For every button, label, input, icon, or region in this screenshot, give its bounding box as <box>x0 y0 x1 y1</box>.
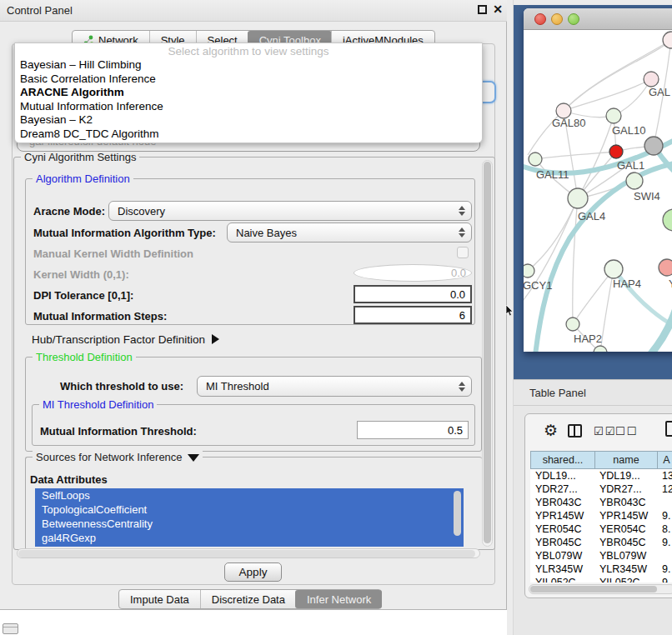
hub-definition-expander[interactable]: Hub/Transcription Factor Definition <box>32 333 219 346</box>
node-label-swi4: SWI4 <box>634 190 660 202</box>
cell: 12 <box>657 482 672 496</box>
tab-discretize-data[interactable]: Discretize Data <box>200 590 296 608</box>
kernel-width-field[interactable]: 0.0 <box>354 264 472 282</box>
attribute-item-selected[interactable]: gal4RGexp <box>35 531 464 545</box>
node-circle-salmon[interactable] <box>659 259 672 276</box>
network-canvas[interactable]: GAL80 GAL10 GAL1 GAL11 SWI4 GAL4 GCY1 HA… <box>524 30 672 352</box>
checked-checkboxes-icon[interactable]: ☑☑ <box>594 425 616 438</box>
table-horizontal-scrollbar[interactable] <box>529 584 672 594</box>
node-label-hap2: HAP2 <box>574 332 602 345</box>
new-table-icon[interactable] <box>665 421 672 437</box>
dpi-tolerance-value: 0.0 <box>450 288 465 301</box>
column-header-shared-name[interactable]: shared... <box>530 451 594 469</box>
node-label-gal80: GAL80 <box>552 117 585 129</box>
minimized-window-icon[interactable] <box>3 623 18 634</box>
node-circle-gal11[interactable] <box>529 152 542 166</box>
close-icon[interactable]: ✕ <box>493 2 503 16</box>
algorithm-popup-placeholder: Select algorithm to view settings <box>15 43 482 58</box>
cell: 9. <box>657 509 672 522</box>
dpi-tolerance-label: DPI Tolerance [0,1]: <box>33 289 133 302</box>
apply-button[interactable]: Apply <box>224 562 282 582</box>
column-header-partial[interactable]: A <box>657 451 672 469</box>
zoom-traffic-light-icon[interactable] <box>568 13 579 25</box>
node-circle-gal10[interactable] <box>606 108 621 123</box>
which-threshold-value: MI Threshold <box>206 380 269 392</box>
node-circle-hap4[interactable] <box>604 260 623 278</box>
cell: YLR345W <box>594 562 657 576</box>
attribute-item-selected[interactable]: BetweennessCentrality <box>35 517 464 531</box>
node-circle-green[interactable] <box>663 209 672 231</box>
network-window-titlebar[interactable] <box>524 8 672 30</box>
cell: YDR27... <box>594 482 657 496</box>
mouse-cursor <box>505 305 515 322</box>
node-circle-hap2[interactable] <box>566 318 579 331</box>
cell: 9. <box>657 536 672 549</box>
algorithm-item[interactable]: Dream8 DC_TDC Algorithm <box>15 128 482 142</box>
tab-impute-data[interactable]: Impute Data <box>119 590 200 608</box>
mi-threshold-field[interactable]: 0.5 <box>357 421 469 439</box>
node-label-gal: GAL <box>649 86 670 98</box>
attributes-list-scrollbar[interactable] <box>454 491 461 536</box>
settings-vertical-scrollbar[interactable] <box>482 160 493 547</box>
table-panel-inner: ⚙ ☑☑ ☐☐ shared... name A YDL19...YDL19..… <box>524 413 672 598</box>
cell: YBR043C <box>530 496 594 509</box>
table-row[interactable]: YBR045CYBR045C9. <box>530 536 672 549</box>
node-circle-gal4[interactable] <box>568 188 588 208</box>
algorithm-definition-legend: Algorithm Definition <box>33 172 133 185</box>
algorithm-item[interactable]: Bayesian – K2 <box>15 113 482 128</box>
node-table[interactable]: shared... name A YDL19...YDL19...13 YDR2… <box>530 451 672 582</box>
mi-steps-field[interactable]: 6 <box>354 306 472 324</box>
which-threshold-combo[interactable]: MI Threshold <box>197 376 472 397</box>
node-circle-gal[interactable] <box>644 72 659 87</box>
table-row[interactable]: YDR27...YDR27...12 <box>530 482 672 496</box>
columns-icon[interactable] <box>568 424 582 438</box>
network-view-window[interactable]: GAL80 GAL10 GAL1 GAL11 SWI4 GAL4 GCY1 HA… <box>524 8 672 352</box>
data-attributes-label: Data Attributes <box>30 473 108 486</box>
aracne-mode-combo[interactable]: Discovery <box>108 201 472 221</box>
algorithm-item[interactable]: Bayesian – Hill Climbing <box>15 58 482 72</box>
table-row[interactable]: YIL052CYIL052C9 <box>530 576 672 582</box>
unchecked-checkboxes-icon[interactable]: ☐☐ <box>615 425 638 438</box>
table-panel-title: Table Panel <box>529 387 586 399</box>
float-window-icon[interactable] <box>478 5 487 14</box>
minimize-traffic-light-icon[interactable] <box>551 13 563 25</box>
focused-combo-fragment <box>481 81 496 103</box>
data-attributes-list[interactable]: SelfLoops TopologicalCoefficient Between… <box>35 488 464 547</box>
node-circle-gal1-selected[interactable] <box>609 145 623 158</box>
cell: YBL079W <box>530 549 594 562</box>
threshold-definition-legend: Threshold Definition <box>33 351 136 363</box>
node-circle-gcy1[interactable] <box>524 264 534 278</box>
table-row[interactable]: YLR345WYLR345W9. <box>530 562 672 576</box>
column-header-name[interactable]: name <box>594 451 657 469</box>
tab-impute-data-label: Impute Data <box>130 593 189 606</box>
attribute-item-selected[interactable]: TopologicalCoefficient <box>35 502 464 517</box>
cell <box>657 496 672 509</box>
table-panel-titlebar: Table Panel <box>514 379 672 406</box>
algorithm-item[interactable]: Mutual Information Inference <box>15 100 482 114</box>
settings-horizontal-scrollbar[interactable] <box>17 548 480 558</box>
dpi-tolerance-field[interactable]: 0.0 <box>354 285 472 303</box>
algorithm-item[interactable]: Basic Correlation Inference <box>15 72 482 87</box>
node-circle-gray[interactable] <box>644 137 663 155</box>
manual-kernel-checkbox[interactable] <box>457 247 469 258</box>
node-circle-swi4[interactable] <box>626 172 643 189</box>
attribute-item-selected[interactable]: SelfLoops <box>35 488 464 502</box>
cell: YER054C <box>530 522 594 536</box>
table-row[interactable]: YBL079WYBL079W <box>530 549 672 562</box>
cell: YPR145W <box>594 509 657 522</box>
mi-type-combo[interactable]: Naive Bayes <box>227 222 472 242</box>
top-strip <box>514 0 672 5</box>
table-row[interactable]: YDL19...YDL19...13 <box>530 469 672 482</box>
tab-infer-network[interactable]: Infer Network <box>295 590 382 608</box>
algorithm-item-selected[interactable]: ARACNE Algorithm <box>15 86 482 100</box>
cell: 8. <box>657 522 672 536</box>
cell: YER054C <box>594 522 657 536</box>
node-label-gcy1: GCY1 <box>524 279 552 292</box>
table-row[interactable]: YBR043CYBR043C <box>530 496 672 509</box>
node-circle-bottom[interactable] <box>594 346 607 352</box>
gear-icon[interactable]: ⚙ <box>544 421 558 440</box>
table-row[interactable]: YER054CYER054C8. <box>530 522 672 536</box>
sources-legend[interactable]: Sources for Network Inference <box>33 451 203 463</box>
close-traffic-light-icon[interactable] <box>534 13 546 25</box>
table-row[interactable]: YPR145WYPR145W9. <box>530 509 672 522</box>
